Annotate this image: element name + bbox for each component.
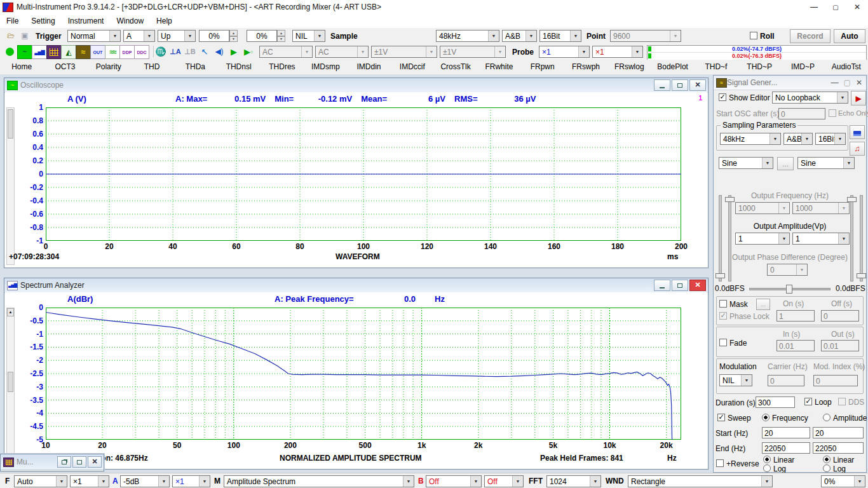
sweep-start-b-field[interactable]: 20 [813, 427, 864, 438]
siggen-close-icon[interactable]: ✕ [856, 78, 862, 87]
balance-slider-thumb[interactable] [786, 285, 792, 294]
dds-checkbox[interactable] [838, 398, 846, 405]
log-a-radio[interactable] [763, 464, 771, 472]
b-mult-select[interactable]: Off▼ [484, 475, 524, 487]
spectrum-title-bar[interactable]: ▃▅▇ Spectrum Analyzer ✕ [4, 278, 708, 293]
probe-b-select[interactable]: ×1▼ [592, 46, 643, 58]
amplitude-b-outer-slider[interactable] [860, 195, 863, 281]
amplitude-b-select[interactable]: 1▼ [792, 233, 850, 245]
log-b-radio[interactable] [823, 464, 831, 472]
fft-size-select[interactable]: 1024▼ [546, 475, 601, 487]
waveform-more-button[interactable]: ... [777, 157, 794, 170]
oscilloscope-plot-area[interactable]: +07:09:28:304 WAVEFORM ms Mi 10.80.60.40… [5, 106, 707, 266]
sweep-checkbox[interactable] [717, 414, 725, 421]
minimized-title-bar[interactable]: Mu... ✕ [1, 454, 104, 470]
sg-bits-select[interactable]: 16Bit▼ [815, 133, 846, 145]
sample-rate-select[interactable]: 48kHz▼ [436, 30, 499, 42]
amplitude-b-inner-slider[interactable] [850, 195, 853, 281]
frequency-a-select[interactable]: 1000▼ [735, 202, 790, 214]
sg-rate-select[interactable]: 48kHz▼ [720, 133, 781, 145]
freq-axis-select[interactable]: Auto▼ [14, 475, 67, 487]
spectrum-plot-area[interactable]: ▲ Resolution: 46.875Hz NORMALIZED AMPLIT… [5, 306, 707, 468]
slider-thumb[interactable] [847, 197, 857, 202]
tab-frpwn[interactable]: FRpwn [521, 60, 564, 74]
sweep-frequency-radio[interactable] [762, 414, 770, 421]
tab-crosstlk[interactable]: CrossTlk [434, 60, 477, 74]
run-loop-icon[interactable]: ▶○ [241, 45, 255, 58]
loop-checkbox[interactable] [804, 398, 812, 405]
tab-frwhite[interactable]: FRwhite [477, 60, 520, 74]
spectrum-scroll-thumb[interactable] [8, 372, 13, 392]
freq-mult-select[interactable]: ×1▼ [70, 475, 109, 487]
siggen-title-bar[interactable]: ≈ Signal Gener... — ▢ ✕ [714, 76, 866, 90]
echo-only-checkbox[interactable] [829, 109, 836, 117]
tab-imdccif[interactable]: IMDccif [391, 60, 434, 74]
mask-off-field[interactable]: 0 [821, 310, 859, 322]
tab-thdres[interactable]: THDres [261, 60, 304, 74]
menu-file[interactable]: File [0, 15, 25, 27]
waveform-a-select[interactable]: Sine▼ [719, 157, 773, 169]
sound-output-icon[interactable]: ◀) [212, 45, 226, 58]
close-icon[interactable]: ✕ [846, 1, 868, 13]
hpf-select[interactable]: NIL▼ [292, 30, 325, 42]
scope-minimize-icon[interactable] [654, 79, 670, 91]
signal-generator-icon[interactable]: ≈ [76, 45, 91, 59]
trigger-source-select[interactable]: A▼ [123, 30, 155, 42]
phase-select[interactable]: 0▼ [767, 264, 808, 276]
tab-thd-f[interactable]: THD~f [695, 60, 738, 74]
points-select[interactable]: 9600▼ [610, 30, 681, 42]
spectrum-analyzer-icon[interactable]: ▃▅▇ [32, 45, 47, 59]
loopback-select[interactable]: No Loopback▼ [772, 92, 848, 104]
spectrum-close-icon[interactable]: ✕ [689, 280, 706, 291]
mask-checkbox[interactable] [719, 300, 727, 308]
mini-close-icon[interactable]: ✕ [88, 456, 102, 468]
scope-vertical-scrollbar[interactable] [6, 107, 15, 265]
sweep-end-a-field[interactable]: 22050 [762, 442, 810, 454]
amplitude-a-inner-slider[interactable] [728, 195, 731, 281]
multimeter-icon[interactable] [46, 45, 62, 59]
display-mode-select[interactable]: Amplitude Spectrum▼ [224, 475, 414, 487]
sg-channels-select[interactable]: A&B▼ [783, 133, 813, 145]
a-sensitivity-select[interactable]: -5dB▼ [120, 475, 170, 487]
trigger-mode-select[interactable]: Normal▼ [67, 30, 121, 42]
spectrum-vertical-scrollbar[interactable]: ▲ [6, 308, 15, 466]
sample-bits-select[interactable]: 16Bit▼ [539, 30, 581, 42]
scope-restore-icon[interactable] [672, 79, 688, 91]
open-file-icon[interactable]: 🗁 [4, 29, 18, 42]
sweep-end-b-field[interactable]: 22050 [813, 442, 864, 454]
run-icon[interactable]: ▶ [227, 45, 241, 58]
siggen-maximize-icon[interactable]: ▢ [844, 78, 851, 87]
duration-field[interactable]: 300 [756, 396, 795, 408]
a-mult-select[interactable]: ×1▼ [172, 475, 210, 487]
tab-frswph[interactable]: FRswph [564, 60, 607, 74]
save-file-icon[interactable]: ▣ [18, 29, 32, 42]
mini-maximize-icon[interactable] [72, 456, 86, 468]
menu-window[interactable]: Window [110, 15, 150, 27]
siggen-run-button[interactable]: ▶ [851, 91, 866, 105]
mask-on-field[interactable]: 1 [776, 310, 815, 322]
tab-imdsmp[interactable]: IMDsmp [304, 60, 347, 74]
music-note-icon[interactable]: ♫ [850, 142, 865, 156]
tab-audiotst[interactable]: AudioTst [825, 60, 868, 74]
start-osc-field[interactable]: 0 [778, 108, 825, 119]
trigger-edge-select[interactable]: Up▼ [158, 30, 196, 42]
overlap-select[interactable]: 0%▼ [821, 475, 865, 487]
fade-out-field[interactable]: 0.01 [821, 340, 859, 351]
scope-close-icon[interactable]: ✕ [689, 79, 706, 91]
maximize-icon[interactable]: ▢ [825, 1, 846, 13]
spectrum-scroll-up-icon[interactable]: ▲ [7, 308, 14, 316]
device-test-plan-icon[interactable]: OUT [90, 45, 105, 59]
carrier-field[interactable]: 0 [768, 375, 804, 386]
oscilloscope-title-bar[interactable]: ~ Oscilloscope ✕ [4, 78, 708, 93]
spectrum-minimize-icon[interactable] [654, 280, 670, 291]
ground-a-icon[interactable]: ⊥A [168, 45, 182, 58]
slider-thumb[interactable] [725, 197, 735, 202]
record-button[interactable]: Record [790, 29, 831, 43]
trigger-level-field[interactable]: 0% [199, 30, 229, 42]
tab-thd[interactable]: THD [130, 60, 173, 74]
b-sensitivity-select[interactable]: Off▼ [426, 475, 482, 487]
fade-in-field[interactable]: 0.01 [776, 340, 815, 351]
tab-thdnsl[interactable]: THDnsl [217, 60, 260, 74]
mask-more-button[interactable]: ... [756, 299, 770, 310]
probe-calibration-icon[interactable]: ↖ [198, 45, 212, 58]
